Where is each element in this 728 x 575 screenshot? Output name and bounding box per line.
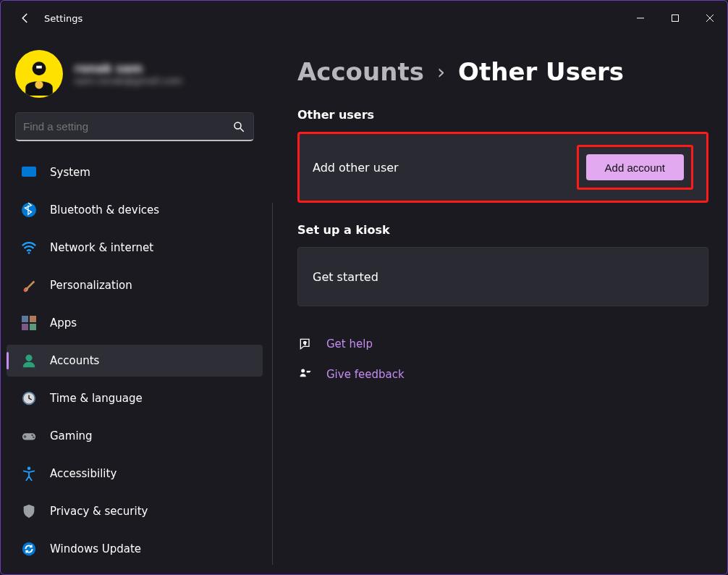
user-info: ronak sam sam.ronak@gmail.com	[75, 62, 182, 86]
sidebar-item-gaming[interactable]: Gaming	[7, 420, 263, 452]
accounts-icon	[21, 353, 37, 369]
shield-icon	[21, 503, 37, 519]
svg-point-15	[25, 355, 32, 361]
nav-label: Network & internet	[50, 241, 153, 254]
svg-point-5	[234, 122, 241, 129]
kiosk-card[interactable]: Get started	[297, 247, 708, 306]
avatar	[15, 50, 63, 98]
sidebar-item-system[interactable]: System	[7, 156, 263, 188]
svg-point-21	[27, 466, 31, 470]
content: ronak sam sam.ronak@gmail.com System B	[1, 35, 727, 574]
svg-point-20	[33, 437, 35, 439]
svg-point-25	[301, 369, 305, 373]
user-email: sam.ronak@gmail.com	[75, 75, 182, 86]
breadcrumb-current: Other Users	[458, 57, 624, 86]
nav-label: Bluetooth & devices	[50, 203, 159, 217]
apps-icon	[21, 315, 37, 331]
title-bar: Settings	[1, 1, 727, 35]
bluetooth-icon	[21, 202, 37, 218]
minimize-button[interactable]	[623, 1, 658, 35]
sidebar-item-time[interactable]: Time & language	[7, 382, 263, 414]
add-account-button[interactable]: Add account	[586, 154, 684, 180]
nav-label: Apps	[50, 316, 77, 330]
add-other-user-card: Add other user Add account	[297, 132, 708, 203]
search-box[interactable]	[15, 112, 254, 141]
svg-rect-1	[672, 15, 679, 22]
nav-label: Privacy & security	[50, 505, 148, 518]
window-controls	[623, 1, 727, 35]
maximize-button[interactable]	[658, 1, 693, 35]
nav-label: Accounts	[50, 354, 99, 367]
search-input[interactable]	[23, 113, 232, 140]
search-icon	[232, 119, 246, 134]
breadcrumb-parent[interactable]: Accounts	[297, 57, 424, 86]
svg-rect-14	[30, 324, 36, 330]
card-text: Get started	[313, 270, 378, 284]
accessibility-icon	[21, 466, 37, 482]
nav-label: Time & language	[50, 392, 143, 405]
chevron-right-icon: ›	[437, 60, 445, 84]
sidebar-item-update[interactable]: Windows Update	[7, 533, 263, 565]
sidebar-item-accessibility[interactable]: Accessibility	[7, 458, 263, 490]
user-name: ronak sam	[75, 62, 182, 75]
breadcrumb: Accounts › Other Users	[297, 57, 708, 86]
svg-rect-12	[30, 316, 36, 322]
svg-point-22	[22, 542, 35, 555]
sidebar: ronak sam sam.ronak@gmail.com System B	[1, 35, 268, 574]
feedback-icon	[297, 366, 313, 382]
section-label-kiosk: Set up a kiosk	[297, 223, 708, 237]
nav-label: Windows Update	[50, 542, 141, 555]
brush-icon	[21, 277, 37, 293]
sidebar-item-apps[interactable]: Apps	[7, 307, 263, 339]
svg-rect-7	[22, 167, 36, 177]
nav-label: Gaming	[50, 429, 93, 442]
wifi-icon	[21, 240, 37, 256]
clock-icon	[21, 390, 37, 406]
svg-point-10	[28, 252, 30, 254]
help-icon: ?	[297, 336, 313, 352]
nav-label: System	[50, 166, 90, 179]
sidebar-item-accounts[interactable]: Accounts	[7, 345, 263, 377]
close-button[interactable]	[693, 1, 727, 35]
svg-rect-13	[22, 324, 28, 330]
window-title: Settings	[44, 13, 623, 24]
update-icon	[21, 541, 37, 557]
svg-line-6	[240, 128, 244, 132]
sidebar-item-personalization[interactable]: Personalization	[7, 269, 263, 301]
give-feedback-row[interactable]: Give feedback	[297, 361, 708, 387]
system-icon	[21, 164, 37, 180]
svg-rect-11	[22, 316, 28, 322]
user-profile[interactable]: ronak sam sam.ronak@gmail.com	[1, 50, 268, 112]
svg-rect-3	[36, 66, 42, 69]
nav-label: Personalization	[50, 279, 132, 292]
svg-point-19	[31, 435, 33, 437]
nav-label: Accessibility	[50, 467, 117, 480]
svg-text:?: ?	[304, 341, 306, 345]
sidebar-item-network[interactable]: Network & internet	[7, 232, 263, 264]
back-button[interactable]	[15, 8, 35, 28]
gamepad-icon	[21, 428, 37, 444]
add-account-highlight: Add account	[577, 145, 693, 190]
give-feedback-link[interactable]: Give feedback	[326, 368, 405, 381]
main-content: Accounts › Other Users Other users Add o…	[268, 35, 727, 574]
sidebar-item-bluetooth[interactable]: Bluetooth & devices	[7, 194, 263, 226]
nav: System Bluetooth & devices Network & int…	[1, 154, 268, 574]
get-help-link[interactable]: Get help	[326, 337, 373, 351]
card-text: Add other user	[313, 161, 399, 175]
section-label-other-users: Other users	[297, 108, 708, 122]
get-help-row[interactable]: ? Get help	[297, 331, 708, 357]
sidebar-item-privacy[interactable]: Privacy & security	[7, 495, 263, 527]
svg-point-4	[35, 80, 43, 88]
